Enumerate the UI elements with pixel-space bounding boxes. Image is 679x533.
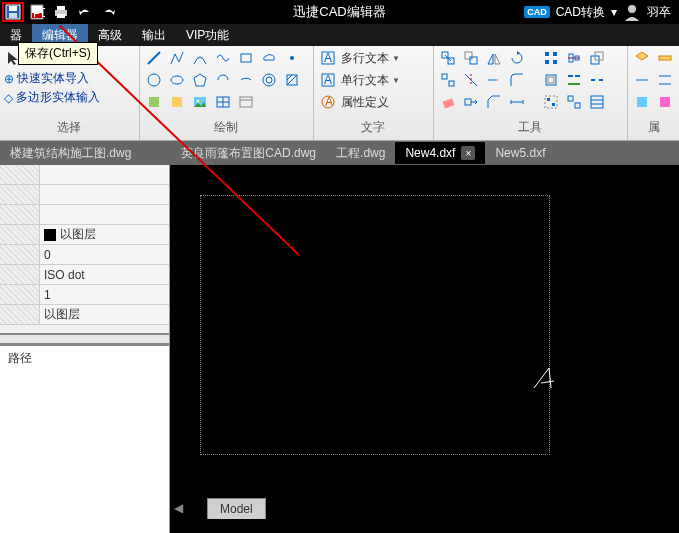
stext-dropdown-icon[interactable]: ▼ bbox=[392, 76, 400, 85]
file-tab-4[interactable]: New5.dxf bbox=[485, 142, 555, 164]
prop-bylayer[interactable]: 以图层 bbox=[60, 226, 96, 243]
scale-tool[interactable] bbox=[587, 48, 607, 68]
attr-tool[interactable]: A bbox=[318, 92, 338, 112]
ungroup-tool[interactable] bbox=[564, 92, 584, 112]
stretch-tool[interactable] bbox=[461, 92, 481, 112]
file-tab-1[interactable]: 英良雨篷布置图CAD.dwg bbox=[171, 141, 326, 166]
dim2-tool[interactable] bbox=[655, 70, 675, 90]
offset-tool[interactable] bbox=[541, 70, 561, 90]
redo-button[interactable] bbox=[98, 2, 120, 22]
attr-label[interactable]: 属性定义 bbox=[341, 94, 389, 111]
poly-import-link[interactable]: 多边形实体输入 bbox=[16, 89, 100, 106]
svg-rect-42 bbox=[545, 52, 549, 56]
close-tab-icon[interactable]: × bbox=[461, 146, 475, 160]
rect-tool[interactable] bbox=[236, 48, 256, 68]
svg-rect-8 bbox=[57, 14, 65, 18]
path-label: 路径 bbox=[0, 346, 169, 371]
file-tab-2[interactable]: 工程.dwg bbox=[326, 141, 395, 166]
svg-rect-71 bbox=[552, 103, 555, 106]
svg-rect-23 bbox=[172, 97, 182, 107]
prop-scale[interactable]: 1 bbox=[40, 285, 169, 304]
redo-icon bbox=[101, 4, 117, 20]
properties-grid[interactable]: 以图层 0 ISO dot 1 以图层 bbox=[0, 165, 169, 335]
export-pdf-button[interactable]: PDF bbox=[26, 2, 48, 22]
break-tool[interactable] bbox=[587, 70, 607, 90]
circle-tool[interactable] bbox=[144, 70, 164, 90]
svg-rect-22 bbox=[149, 97, 159, 107]
explode-tool[interactable] bbox=[438, 70, 458, 90]
color-tool[interactable] bbox=[655, 92, 675, 112]
spline-tool[interactable] bbox=[213, 48, 233, 68]
ellipse-tool[interactable] bbox=[167, 70, 187, 90]
model-tab[interactable]: Model bbox=[207, 498, 266, 519]
line-tool[interactable] bbox=[144, 48, 164, 68]
cloud-tool[interactable] bbox=[259, 48, 279, 68]
svg-rect-52 bbox=[449, 81, 454, 86]
array-tool[interactable] bbox=[541, 48, 561, 68]
image-tool[interactable] bbox=[190, 92, 210, 112]
arc3-tool[interactable] bbox=[213, 70, 233, 90]
table-tool[interactable] bbox=[213, 92, 233, 112]
menu-item-output[interactable]: 输出 bbox=[132, 24, 176, 47]
svg-rect-2 bbox=[9, 13, 17, 18]
join-tool[interactable] bbox=[564, 70, 584, 90]
style-tool[interactable] bbox=[632, 92, 652, 112]
svg-rect-44 bbox=[545, 60, 549, 64]
erase-tool[interactable] bbox=[438, 92, 458, 112]
field-tool[interactable] bbox=[236, 92, 256, 112]
undo-button[interactable] bbox=[74, 2, 96, 22]
tab-nav-left-icon[interactable]: ◀ bbox=[170, 501, 187, 515]
username[interactable]: 羽卒 bbox=[647, 4, 671, 21]
polyline-tool[interactable] bbox=[167, 48, 187, 68]
avatar-icon[interactable] bbox=[623, 3, 641, 21]
drawing-canvas[interactable] bbox=[170, 165, 679, 533]
svg-line-20 bbox=[287, 75, 297, 85]
block-tool[interactable] bbox=[144, 92, 164, 112]
group-tool[interactable] bbox=[541, 92, 561, 112]
stext-label[interactable]: 单行文本 bbox=[341, 72, 389, 89]
stext-tool[interactable]: A bbox=[318, 70, 338, 90]
align-tool[interactable] bbox=[564, 48, 584, 68]
poly-import-icon[interactable]: ◇ bbox=[4, 91, 13, 105]
color-swatch-icon bbox=[44, 229, 56, 241]
dropdown-icon[interactable]: ▾ bbox=[611, 5, 617, 19]
selection-rect bbox=[200, 195, 550, 455]
mtext-tool[interactable]: A bbox=[318, 48, 338, 68]
print-button[interactable] bbox=[50, 2, 72, 22]
ribbon-label-more: 属 bbox=[632, 117, 675, 138]
move-tool[interactable] bbox=[438, 48, 458, 68]
lengthen-tool[interactable] bbox=[507, 92, 527, 112]
quick-import-link[interactable]: 快速实体导入 bbox=[17, 70, 89, 87]
save-button[interactable] bbox=[2, 2, 24, 22]
hatch-tool[interactable] bbox=[282, 70, 302, 90]
svg-text:PDF: PDF bbox=[33, 6, 45, 20]
svg-point-14 bbox=[290, 56, 294, 60]
prop-lineweight[interactable]: 以图层 bbox=[40, 305, 169, 324]
polygon-tool[interactable] bbox=[190, 70, 210, 90]
insert-tool[interactable] bbox=[167, 92, 187, 112]
ring-tool[interactable] bbox=[259, 70, 279, 90]
prop-linetype[interactable]: ISO dot bbox=[40, 265, 169, 284]
arc-tool[interactable] bbox=[190, 48, 210, 68]
file-tab-3-active[interactable]: New4.dxf × bbox=[395, 142, 485, 164]
chamfer-tool[interactable] bbox=[484, 92, 504, 112]
copy-tool[interactable] bbox=[461, 48, 481, 68]
cad-convert-button[interactable]: CAD转换 bbox=[556, 4, 605, 21]
measure-tool[interactable] bbox=[655, 48, 675, 68]
extend-tool[interactable] bbox=[484, 70, 504, 90]
prop-layer[interactable]: 0 bbox=[40, 245, 169, 264]
props-tool[interactable] bbox=[587, 92, 607, 112]
trim-tool[interactable] bbox=[461, 70, 481, 90]
mtext-label[interactable]: 多行文本 bbox=[341, 50, 389, 67]
layer-tool[interactable] bbox=[632, 48, 652, 68]
fillet-tool[interactable] bbox=[507, 70, 527, 90]
mtext-dropdown-icon[interactable]: ▼ bbox=[392, 54, 400, 63]
point-tool[interactable] bbox=[282, 48, 302, 68]
dim-tool[interactable] bbox=[632, 70, 652, 90]
ellipsearc-tool[interactable] bbox=[236, 70, 256, 90]
quick-import-icon[interactable]: ⊕ bbox=[4, 72, 14, 86]
menu-item-vip[interactable]: VIP功能 bbox=[176, 24, 239, 47]
file-tab-0[interactable]: 楼建筑结构施工图.dwg bbox=[0, 141, 141, 166]
rotate-tool[interactable] bbox=[507, 48, 527, 68]
mirror-tool[interactable] bbox=[484, 48, 504, 68]
